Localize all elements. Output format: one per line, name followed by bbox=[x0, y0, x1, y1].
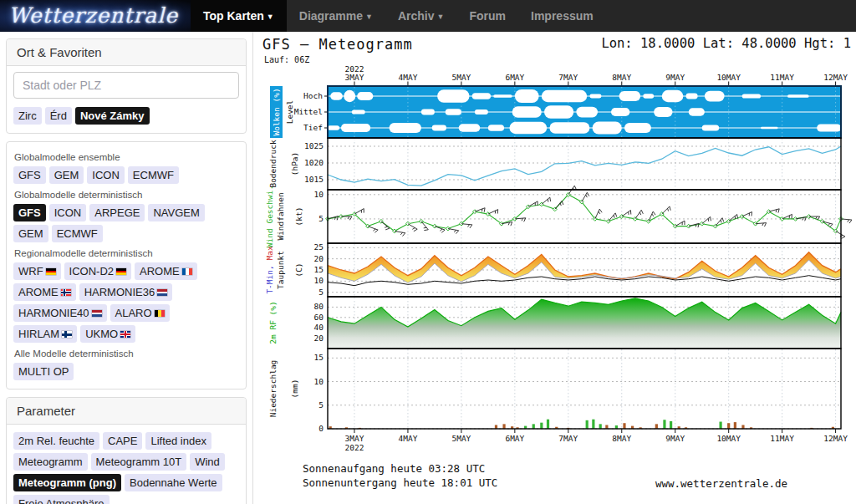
svg-text:Wind Geschwi.: Wind Geschwi. bbox=[265, 186, 274, 247]
svg-text:10MAY: 10MAY bbox=[716, 434, 741, 443]
flag-fi-icon bbox=[62, 331, 72, 338]
model-button-icon-d2-de[interactable]: ICON-D2 bbox=[64, 262, 131, 280]
model-button-ecmwf[interactable]: ECMWF bbox=[52, 225, 103, 242]
model-button-label: ECMWF bbox=[57, 227, 98, 240]
main-content: GFS – Meteogramm Lon: 18.0000 Lat: 48.00… bbox=[253, 32, 856, 504]
svg-text:2022: 2022 bbox=[345, 443, 364, 452]
favorite-nov-z-mky[interactable]: Nové Zámky bbox=[75, 107, 150, 125]
svg-text:20: 20 bbox=[314, 333, 324, 343]
favorite--rd[interactable]: Érd bbox=[45, 107, 72, 125]
model-button-multi-op[interactable]: MULTI OP bbox=[13, 363, 74, 380]
model-button-label: GEM bbox=[18, 227, 43, 240]
model-button-label: WRF bbox=[18, 265, 43, 277]
parameter-button-wind[interactable]: Wind bbox=[190, 453, 225, 471]
svg-text:12MAY: 12MAY bbox=[823, 434, 848, 443]
svg-text:4MAY: 4MAY bbox=[398, 73, 417, 82]
model-button-icon[interactable]: ICON bbox=[87, 166, 125, 184]
flag-de-icon bbox=[46, 268, 56, 275]
nav-item-impressum[interactable]: Impressum bbox=[518, 0, 606, 32]
parameter-button-bodennahe-werte[interactable]: Bodennahe Werte bbox=[125, 474, 222, 491]
nav-item-archiv[interactable]: Archiv▼ bbox=[385, 0, 457, 32]
model-button-ukmo-gb[interactable]: UKMO bbox=[80, 325, 135, 343]
svg-text:15: 15 bbox=[314, 353, 324, 362]
flag-nl-icon bbox=[157, 289, 167, 296]
parameter-button-label: Bodennahe Werte bbox=[130, 476, 217, 489]
parameter-button-freie-atmosph-re[interactable]: Freie Atmosphäre bbox=[13, 495, 110, 504]
nav-menu: Top Karten▼Diagramme▼Archiv▼ForumImpress… bbox=[191, 0, 606, 32]
parameter-button-label: Meteogramm (png) bbox=[18, 476, 116, 489]
flag-no-icon bbox=[61, 289, 71, 296]
model-button-label: ICON bbox=[92, 169, 120, 181]
svg-text:7MAY: 7MAY bbox=[558, 434, 578, 443]
svg-text:5: 5 bbox=[318, 288, 324, 297]
model-button-label: HARMONIE36 bbox=[84, 286, 155, 298]
model-button-label: ICON-D2 bbox=[69, 265, 114, 277]
favorite-label: Érd bbox=[50, 109, 67, 122]
svg-text:11MAY: 11MAY bbox=[770, 434, 794, 443]
model-button-gem[interactable]: GEM bbox=[49, 166, 84, 184]
location-panel-title: Ort & Favoriten bbox=[7, 39, 246, 66]
parameter-button-cape[interactable]: CAPE bbox=[103, 432, 142, 450]
model-group-buttons: MULTI OP bbox=[13, 361, 239, 382]
svg-text:40: 40 bbox=[314, 323, 324, 332]
flag-be-icon bbox=[155, 310, 165, 317]
svg-text:1020: 1020 bbox=[304, 158, 324, 167]
model-button-harmonie40-nl[interactable]: HARMONIE40 bbox=[13, 304, 107, 322]
parameter-button-meteogramm-png-[interactable]: Meteogramm (png) bbox=[13, 474, 121, 491]
nav-item-top-karten[interactable]: Top Karten▼ bbox=[191, 0, 287, 32]
svg-text:11MAY: 11MAY bbox=[770, 73, 794, 82]
model-button-alaro-be[interactable]: ALARO bbox=[110, 304, 170, 322]
model-button-label: UKMO bbox=[85, 328, 118, 340]
site-logo[interactable]: Wetterzentrale bbox=[0, 0, 191, 32]
nav-item-diagramme[interactable]: Diagramme▼ bbox=[287, 0, 385, 32]
sidebar: Ort & Favoriten ZircÉrdNové Zámky Global… bbox=[0, 32, 253, 504]
model-button-gfs[interactable]: GFS bbox=[13, 166, 46, 184]
chevron-down-icon: ▼ bbox=[365, 13, 373, 21]
chevron-down-icon: ▼ bbox=[267, 13, 274, 21]
svg-text:2022: 2022 bbox=[345, 64, 364, 74]
chart-title: GFS – Meteogramm bbox=[262, 36, 413, 53]
model-group-label: Alle Modelle deterministisch bbox=[14, 349, 239, 359]
flag-nl-icon bbox=[92, 310, 102, 317]
parameter-button-meteogramm[interactable]: Meteogramm bbox=[13, 453, 88, 471]
model-button-icon[interactable]: ICON bbox=[49, 204, 87, 221]
parameter-button-lifted-index[interactable]: Lifted index bbox=[145, 432, 211, 450]
svg-text:1025: 1025 bbox=[304, 141, 324, 150]
svg-text:1015: 1015 bbox=[304, 175, 324, 184]
model-button-gem[interactable]: GEM bbox=[13, 225, 48, 242]
svg-text:Bodendruck: Bodendruck bbox=[268, 140, 278, 187]
parameter-button-label: Meteogramm bbox=[18, 456, 83, 468]
model-button-hirlam-fi[interactable]: HIRLAM bbox=[13, 325, 77, 343]
svg-text:10: 10 bbox=[314, 276, 324, 285]
svg-text:5MAY: 5MAY bbox=[451, 434, 471, 443]
svg-text:Wolken (%): Wolken (%) bbox=[272, 88, 281, 135]
model-button-label: ALARO bbox=[115, 307, 152, 319]
model-button-wrf-de[interactable]: WRF bbox=[13, 262, 61, 280]
nav-item-forum[interactable]: Forum bbox=[456, 0, 518, 32]
favorites-list: ZircÉrdNové Zámky bbox=[13, 105, 239, 126]
model-button-harmonie36-nl[interactable]: HARMONIE36 bbox=[79, 283, 173, 301]
svg-text:12MAY: 12MAY bbox=[823, 73, 848, 82]
svg-text:10MAY: 10MAY bbox=[716, 73, 741, 82]
model-button-label: AROME bbox=[18, 286, 59, 298]
svg-text:9MAY: 9MAY bbox=[665, 434, 685, 443]
model-button-ecmwf[interactable]: ECMWF bbox=[128, 166, 179, 184]
search-input[interactable] bbox=[13, 72, 239, 99]
svg-text:Taupunkt: Taupunkt bbox=[276, 251, 285, 289]
model-button-arpege[interactable]: ARPEGE bbox=[89, 204, 145, 221]
parameter-button-meteogramm-10t[interactable]: Meteogramm 10T bbox=[91, 453, 187, 471]
model-button-arome-fr[interactable]: AROME bbox=[135, 262, 197, 280]
svg-text:9MAY: 9MAY bbox=[665, 73, 685, 82]
model-button-gfs[interactable]: GFS bbox=[13, 204, 46, 221]
model-button-navgem[interactable]: NAVGEM bbox=[148, 204, 204, 221]
favorite-zirc[interactable]: Zirc bbox=[13, 107, 42, 125]
parameter-button-2m-rel-feuchte[interactable]: 2m Rel. feuchte bbox=[13, 432, 99, 450]
top-navbar: Wetterzentrale Top Karten▼Diagramme▼Arch… bbox=[0, 0, 856, 32]
svg-text:(mm): (mm) bbox=[290, 379, 299, 399]
parameter-button-label: Meteogramm 10T bbox=[96, 456, 182, 468]
svg-text:15: 15 bbox=[314, 265, 324, 274]
flag-fr-icon bbox=[182, 268, 192, 275]
model-button-arome-no[interactable]: AROME bbox=[13, 283, 76, 301]
chevron-down-icon: ▼ bbox=[437, 13, 445, 21]
model-group-buttons: GFSGEMICONECMWF bbox=[13, 165, 239, 186]
